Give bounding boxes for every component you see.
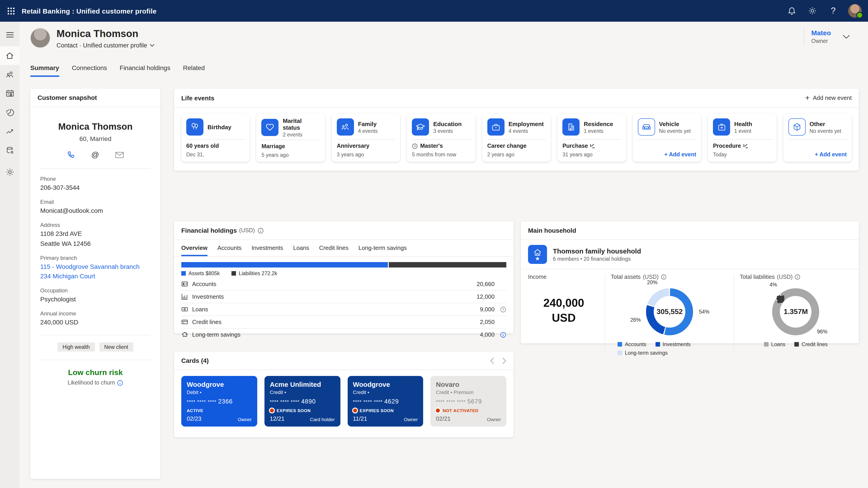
- form-selector-chevron-icon[interactable]: [150, 44, 155, 47]
- tag-high-wealth: High wealth: [58, 343, 95, 352]
- add-new-event-button[interactable]: + Add new event: [805, 94, 852, 102]
- life-events-title: Life events: [181, 94, 214, 101]
- payment-card-acme-unlimited[interactable]: Acme Unlimited Credit • **** **** **** 4…: [265, 376, 340, 427]
- settings-gear-icon[interactable]: [803, 0, 822, 22]
- status-dot-icon: [270, 409, 274, 413]
- total-assets-value: 305,552: [657, 308, 683, 316]
- snapshot-contact-name: Monica Thomson: [40, 122, 151, 132]
- life-event-card-education[interactable]: Education 3 events Master's 5 mon: [407, 114, 475, 162]
- primary-branch-link[interactable]: 115 - Woodgrove Savannah branch: [40, 262, 151, 271]
- payment-card-novaro[interactable]: Novaro Credit • Premium **** **** **** 5…: [431, 376, 506, 427]
- record-type-label: Contact · Unified customer profile: [57, 42, 147, 49]
- savings-info-icon[interactable]: [500, 331, 506, 338]
- life-event-card-employment[interactable]: Employment 4 events Career change 2 year…: [483, 114, 551, 162]
- contact-avatar: [30, 28, 50, 48]
- accounts-icon: [181, 281, 192, 287]
- assets-bar-segment: [181, 262, 388, 267]
- household-record[interactable]: Thomson family household 6 members • 20 …: [521, 240, 859, 269]
- life-event-card-birthday[interactable]: Birthday 60 years old Dec 31,: [181, 114, 250, 162]
- status-dot-icon: [436, 409, 440, 413]
- assets-liabilities-bar: [181, 262, 506, 267]
- app-title: Retail Banking : Unified customer profil…: [22, 7, 157, 15]
- nav-analytics-icon[interactable]: [0, 122, 20, 141]
- cards-scroll-right-icon[interactable]: [502, 357, 506, 364]
- loans-pending-clock-icon[interactable]: [500, 306, 506, 313]
- presence-indicator: [856, 12, 863, 19]
- fh-row-loans[interactable]: Loans 9,000: [181, 303, 506, 316]
- nav-pie-chart-icon[interactable]: [0, 103, 20, 122]
- fh-row-long-term-savings[interactable]: Long-term savings 4,000: [181, 328, 506, 341]
- annual-income-label: Annual income: [40, 311, 151, 317]
- fh-tab-investments[interactable]: Investments: [252, 245, 283, 256]
- fh-tab-overview[interactable]: Overview: [181, 245, 208, 256]
- nav-contacts-icon[interactable]: [0, 65, 20, 84]
- card-role: Owner: [487, 417, 501, 422]
- email-label: Email: [40, 199, 151, 205]
- card-status-text: NOT ACTIVATED: [443, 408, 478, 413]
- life-event-card-family[interactable]: Family 4 events Anniversary 3 years ago: [332, 114, 400, 162]
- owner-chevron-down-icon[interactable]: [843, 35, 850, 39]
- status-dot-icon: [353, 409, 357, 413]
- life-event-card-health[interactable]: Health 1 event Procedure Today: [708, 114, 776, 162]
- churn-info-icon[interactable]: [117, 380, 123, 386]
- payment-card-woodgrove-credit[interactable]: Woodgrove Credit • **** **** **** 4629 E…: [347, 376, 423, 427]
- call-phone-icon[interactable]: [67, 151, 75, 159]
- record-tabs: Summary Connections Financial holdings R…: [30, 64, 205, 77]
- assets-pct-savings: 20%: [647, 280, 657, 285]
- fh-row-credit-lines[interactable]: Credit lines 2,050: [181, 316, 506, 328]
- churn-risk-value: Low churn risk: [40, 368, 151, 377]
- nav-hamburger-icon[interactable]: [0, 25, 20, 44]
- tab-financial-holdings[interactable]: Financial holdings: [120, 64, 170, 77]
- card-status-text: ACTIVE: [187, 408, 203, 413]
- notifications-bell-icon[interactable]: [782, 0, 801, 22]
- nav-appointments-icon[interactable]: [0, 84, 20, 103]
- fh-tab-loans[interactable]: Loans: [293, 245, 309, 256]
- app-launcher-waffle-icon[interactable]: [0, 0, 22, 22]
- primary-branch-label: Primary branch: [40, 255, 151, 261]
- user-avatar[interactable]: [848, 4, 862, 18]
- life-event-card-other[interactable]: Other No events yet + Add event: [783, 114, 852, 162]
- total-liabilities-info-icon[interactable]: [795, 274, 800, 280]
- email-at-icon[interactable]: @: [91, 151, 99, 160]
- financial-holdings-title: Financial holdings: [181, 227, 237, 234]
- tab-connections[interactable]: Connections: [72, 64, 107, 77]
- credit-lines-icon: [181, 319, 192, 325]
- payment-card-woodgrove-debit[interactable]: Woodgrove Debit • **** **** **** 2366 AC…: [181, 376, 257, 427]
- card-role: Card holder: [310, 417, 335, 422]
- tab-summary[interactable]: Summary: [30, 64, 59, 77]
- fh-tab-long-term-savings[interactable]: Long-term savings: [359, 245, 407, 256]
- cards-scroll-left-icon[interactable]: [490, 357, 494, 364]
- nav-settings-gear-icon[interactable]: [0, 163, 20, 182]
- tab-related[interactable]: Related: [183, 64, 205, 77]
- customer-snapshot-panel: Customer snapshot Monica Thomson 60, Mar…: [30, 89, 160, 479]
- life-event-card-residence[interactable]: Residence 1 events Purchase 31 ye: [557, 114, 626, 162]
- nav-home-icon[interactable]: [0, 46, 20, 65]
- life-event-card-marital-status[interactable]: Marital status 2 events Marriage 5 years…: [256, 114, 325, 162]
- add-event-link-vehicle[interactable]: + Add event: [664, 151, 696, 158]
- card-status-text: EXPIRES SOON: [360, 408, 394, 413]
- branch-address-link[interactable]: 234 Michigan Court: [40, 272, 151, 281]
- household-name[interactable]: Thomson family household: [553, 247, 641, 255]
- card-expiry: 12/21: [270, 415, 285, 422]
- financial-holdings-info-icon[interactable]: [257, 228, 264, 233]
- other-cube-icon: [788, 119, 805, 135]
- mail-envelope-icon[interactable]: [115, 152, 124, 158]
- app-root: Retail Banking : Unified customer profil…: [0, 0, 868, 488]
- fh-tab-accounts[interactable]: Accounts: [217, 245, 242, 256]
- graduation-cap-icon: [412, 119, 429, 135]
- balloons-icon: [186, 119, 204, 135]
- family-icon: [337, 119, 354, 135]
- fh-row-accounts[interactable]: Accounts 20,660: [181, 278, 506, 291]
- fh-tab-credit-lines[interactable]: Credit lines: [319, 245, 348, 256]
- owner-link[interactable]: Mateo: [811, 29, 831, 37]
- life-event-card-vehicle[interactable]: Vehicle No events yet + Add event: [633, 114, 701, 162]
- snapshot-title: Customer snapshot: [37, 94, 97, 101]
- card-role: Owner: [404, 417, 418, 422]
- help-icon[interactable]: ?: [824, 0, 843, 22]
- add-event-link-other[interactable]: + Add event: [815, 151, 846, 158]
- card-expiry: 11/21: [353, 415, 367, 422]
- total-assets-info-icon[interactable]: [661, 274, 666, 280]
- fh-row-investments[interactable]: Investments 12,000: [181, 291, 506, 303]
- nav-data-settings-icon[interactable]: [0, 141, 20, 160]
- card-expiry: 02/21: [436, 415, 451, 422]
